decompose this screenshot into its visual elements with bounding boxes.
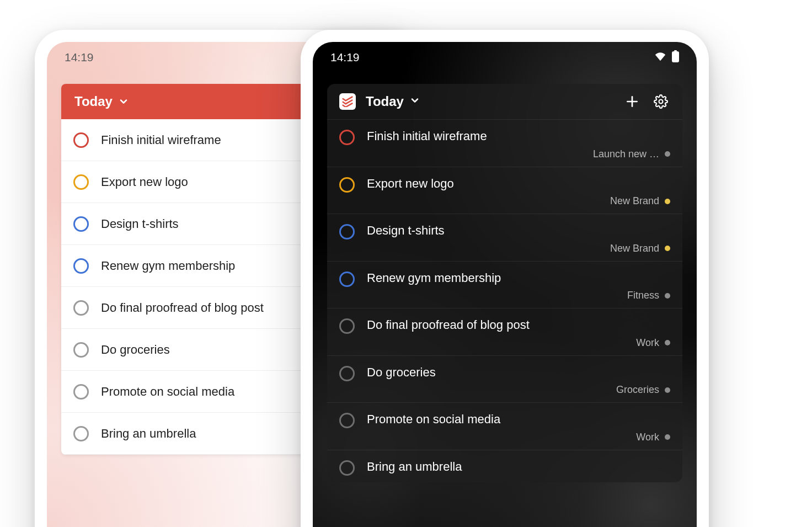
task-checkbox[interactable] [73,300,89,316]
task-title: Promote on social media [367,412,670,427]
task-title: Promote on social media [101,385,234,399]
task-row[interactable]: Renew gym membershipFitness [327,261,682,308]
task-row[interactable]: Bring an umbrella [327,450,682,482]
task-row[interactable]: Do final proofread of blog postWork [327,308,682,355]
task-title: Do final proofread of blog post [367,317,670,333]
task-body: Export new logoNew Brand [367,176,670,207]
view-selector-dark[interactable]: Today [366,94,420,109]
task-checkbox[interactable] [339,177,355,193]
task-checkbox[interactable] [339,460,355,476]
project-color-dot [665,387,670,393]
task-project: New Brand [367,243,670,254]
project-color-dot [665,293,670,299]
project-label: Groceries [616,384,659,396]
project-label: New Brand [610,243,659,254]
status-icons [654,50,679,65]
wifi-icon [654,51,666,64]
svg-rect-1 [672,51,679,62]
add-task-button[interactable] [623,92,642,111]
project-color-dot [665,434,670,440]
battery-icon [672,50,679,65]
task-project: Launch new … [367,148,670,160]
task-title: Design t-shirts [101,217,179,231]
project-label: Launch new … [593,148,659,160]
task-body: Finish initial wireframeLaunch new … [367,129,670,160]
task-row[interactable]: Do groceriesGroceries [327,355,682,403]
task-checkbox[interactable] [73,342,89,358]
task-title: Export new logo [367,176,670,191]
task-checkbox[interactable] [73,426,89,441]
task-body: Renew gym membershipFitness [367,270,670,302]
task-title: Do final proofread of blog post [101,301,264,315]
chevron-down-icon [118,96,129,107]
task-widget-dark: Today Finish initial wireframeLaunch ne [327,84,682,482]
project-color-dot [665,246,670,251]
task-title: Bring an umbrella [101,427,196,441]
task-project: Fitness [367,290,670,301]
svg-point-4 [659,100,663,104]
task-body: Do final proofread of blog postWork [367,317,670,349]
project-color-dot [665,340,670,345]
task-checkbox[interactable] [339,272,355,287]
widget-header-dark: Today [327,84,682,119]
task-checkbox[interactable] [339,224,355,239]
task-title: Do groceries [367,365,670,380]
task-body: Promote on social mediaWork [367,412,670,443]
task-row[interactable]: Design t-shirtsNew Brand [327,214,682,261]
task-body: Bring an umbrella [367,459,670,475]
task-checkbox[interactable] [73,384,89,400]
task-checkbox[interactable] [339,413,355,428]
task-project: Work [367,432,670,443]
app-logo-icon[interactable] [339,93,356,110]
task-title: Do groceries [101,343,170,357]
task-project: New Brand [367,195,670,207]
task-checkbox[interactable] [73,216,89,232]
task-checkbox[interactable] [339,130,355,145]
task-body: Do groceriesGroceries [367,365,670,396]
task-title: Finish initial wireframe [101,133,221,147]
project-label: Work [636,432,659,443]
chevron-down-icon [409,94,420,109]
task-checkbox[interactable] [73,174,89,190]
device-dark: 14:19 Today [301,30,709,527]
clock-dark: 14:19 [330,51,360,64]
task-checkbox[interactable] [339,366,355,381]
task-checkbox[interactable] [73,258,89,274]
task-project: Work [367,337,670,349]
view-title-dark: Today [366,94,404,109]
task-title: Bring an umbrella [367,459,670,475]
task-title: Renew gym membership [101,259,235,273]
task-checkbox[interactable] [339,318,355,334]
project-label: Work [636,337,659,349]
settings-button[interactable] [651,92,670,111]
task-row[interactable]: Finish initial wireframeLaunch new … [327,119,682,167]
project-color-dot [665,199,670,204]
statusbar-dark: 14:19 [313,42,697,73]
view-title-light: Today [74,94,113,109]
svg-rect-0 [674,50,677,51]
screen-dark: 14:19 Today [313,42,697,527]
project-label: New Brand [610,195,659,207]
clock-light: 14:19 [65,51,94,64]
project-label: Fitness [627,290,659,301]
task-project: Groceries [367,384,670,396]
task-title: Design t-shirts [367,223,670,238]
project-color-dot [665,151,670,157]
task-row[interactable]: Export new logoNew Brand [327,167,682,214]
task-checkbox[interactable] [73,132,89,148]
task-title: Renew gym membership [367,270,670,286]
task-row[interactable]: Promote on social mediaWork [327,402,682,450]
task-body: Design t-shirtsNew Brand [367,223,670,254]
task-title: Finish initial wireframe [367,129,670,144]
task-title: Export new logo [101,175,188,189]
